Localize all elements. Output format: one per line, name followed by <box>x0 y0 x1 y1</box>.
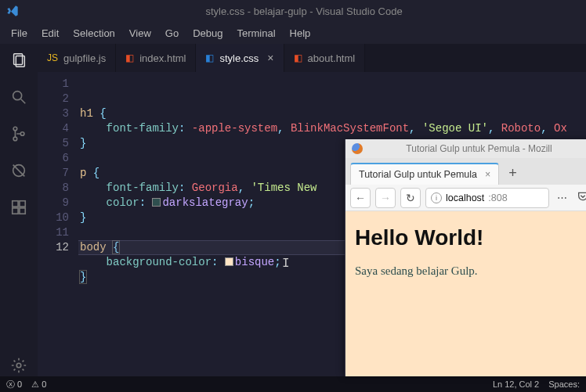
html-file-icon: ◧ <box>294 52 302 63</box>
css-file-icon: ◧ <box>205 52 214 63</box>
tab-about-html[interactable]: ◧ about.html <box>284 44 366 72</box>
menu-debug[interactable]: Debug <box>186 25 229 41</box>
forward-button[interactable]: → <box>375 188 396 208</box>
reload-button[interactable]: ↻ <box>400 188 421 208</box>
cursor-position[interactable]: Ln 12, Col 2 <box>493 379 539 389</box>
back-button[interactable]: ← <box>350 188 371 208</box>
html-file-icon: ◧ <box>125 52 134 63</box>
tab-label: style.css <box>219 52 259 64</box>
url-bar[interactable]: i localhost:808 <box>425 188 549 208</box>
menu-view[interactable]: View <box>123 25 157 41</box>
svg-rect-9 <box>13 201 18 207</box>
files-icon[interactable] <box>10 52 27 71</box>
svg-point-2 <box>13 92 22 100</box>
close-icon[interactable]: × <box>264 52 273 64</box>
tab-label: gulpfile.js <box>63 52 106 64</box>
firefox-toolbar: ← → ↻ i localhost:808 ⋯ <box>345 185 586 211</box>
menu-terminal[interactable]: Terminal <box>230 25 281 41</box>
firefox-window-title: Tutorial Gulp untuk Pemula - Mozill <box>369 143 586 154</box>
url-host: localhost <box>446 192 484 203</box>
firefox-logo-icon <box>352 143 363 154</box>
menu-edit[interactable]: Edit <box>35 25 65 41</box>
tab-index-html[interactable]: ◧ index.html <box>116 44 196 72</box>
menu-file[interactable]: File <box>5 25 34 41</box>
pocket-icon[interactable] <box>575 190 586 205</box>
js-file-icon: JS <box>47 52 58 63</box>
svg-point-5 <box>13 137 17 141</box>
vscode-logo-icon <box>6 5 19 17</box>
debug-icon[interactable] <box>10 162 27 182</box>
svg-rect-12 <box>20 208 25 214</box>
site-info-icon[interactable]: i <box>431 192 442 203</box>
firefox-tab-bar: Tutorial Gulp untuk Pemula × + <box>345 158 586 185</box>
url-rest: :808 <box>488 192 507 203</box>
source-control-icon[interactable] <box>10 125 27 145</box>
tab-label: index.html <box>139 52 186 64</box>
page-paragraph: Saya sedang belajar Gulp. <box>355 264 586 278</box>
extensions-icon[interactable] <box>10 199 27 218</box>
svg-rect-10 <box>20 201 25 207</box>
firefox-page-content: Hello World! Saya sedang belajar Gulp. <box>345 211 586 376</box>
svg-point-13 <box>16 363 21 368</box>
svg-rect-11 <box>13 208 18 214</box>
new-tab-button[interactable]: + <box>504 162 522 185</box>
editor-tabs: JS gulpfile.js ◧ index.html ◧ style.css … <box>38 44 586 72</box>
indent-info[interactable]: Spaces: <box>548 379 580 389</box>
search-icon[interactable] <box>10 88 27 108</box>
svg-point-4 <box>13 127 17 131</box>
firefox-titlebar: Tutorial Gulp untuk Pemula - Mozill <box>345 139 586 158</box>
status-bar: ⓧ 0 ⚠ 0 Ln 12, Col 2 Spaces: <box>0 376 586 392</box>
window-titlebar: style.css - belajar-gulp - Visual Studio… <box>0 0 586 22</box>
gear-icon[interactable] <box>10 357 27 376</box>
menu-help[interactable]: Help <box>284 25 317 41</box>
page-actions-icon[interactable]: ⋯ <box>554 192 570 203</box>
page-heading: Hello World! <box>355 225 586 250</box>
svg-line-3 <box>21 99 26 104</box>
error-count[interactable]: ⓧ 0 <box>6 379 22 390</box>
close-icon[interactable]: × <box>485 169 490 180</box>
svg-point-6 <box>20 132 24 136</box>
tab-gulpfile-js[interactable]: JS gulpfile.js <box>38 44 116 72</box>
tab-label: about.html <box>308 52 356 64</box>
text-cursor-icon: I <box>282 257 290 272</box>
warning-count[interactable]: ⚠ 0 <box>31 379 46 390</box>
line-number-gutter: 1234 5678 9101112 <box>38 72 80 376</box>
firefox-tab[interactable]: Tutorial Gulp untuk Pemula × <box>350 163 499 185</box>
menu-go[interactable]: Go <box>159 25 185 41</box>
window-title: style.css - belajar-gulp - Visual Studio… <box>28 5 580 17</box>
activity-bar <box>0 44 38 376</box>
firefox-tab-label: Tutorial Gulp untuk Pemula <box>359 169 477 180</box>
firefox-window: Tutorial Gulp untuk Pemula - Mozill Tuto… <box>345 139 586 376</box>
menubar: File Edit Selection View Go Debug Termin… <box>0 22 586 44</box>
menu-selection[interactable]: Selection <box>67 25 121 41</box>
tab-style-css[interactable]: ◧ style.css × <box>196 44 284 72</box>
